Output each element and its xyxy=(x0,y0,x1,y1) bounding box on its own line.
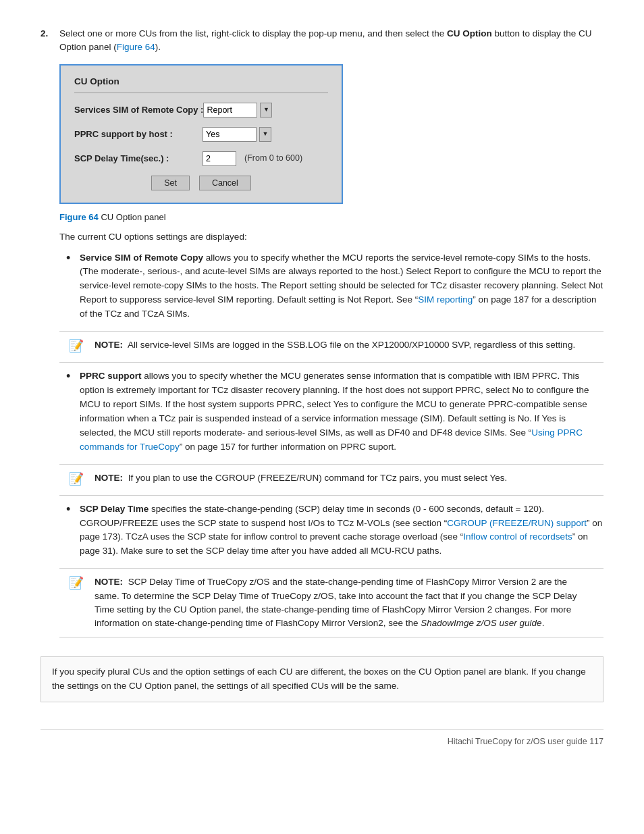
page-footer: Hitachi TrueCopy for z/OS user guide 117 xyxy=(41,729,603,748)
note-text-2: NOTE: If you plan to use the CGROUP (FRE… xyxy=(95,471,594,485)
note-box-1: 📝 NOTE: All service-level SIMs are logge… xyxy=(59,331,603,363)
bullet-dot-1: • xyxy=(66,251,73,322)
set-button[interactable]: Set xyxy=(151,176,190,190)
step-text: Select one or more CUs from the list, ri… xyxy=(59,27,603,644)
bullet-dot-2: • xyxy=(66,369,73,454)
bullet-content-3: SCP Delay Time specifies the state-chang… xyxy=(80,502,603,559)
services-sim-arrow[interactable]: ▼ xyxy=(260,103,272,118)
cu-option-title: CU Option xyxy=(74,75,328,93)
note-text-1: NOTE: All service-level SIMs are logged … xyxy=(95,338,594,352)
footer-text: Hitachi TrueCopy for z/OS user guide 117 xyxy=(448,735,603,748)
step-2: 2. Select one or more CUs from the list,… xyxy=(41,27,603,644)
cancel-button[interactable]: Cancel xyxy=(199,176,251,190)
bullet1-bold: Service SIM of Remote Copy xyxy=(80,253,203,263)
bullet-content-2: PPRC support allows you to specify wheth… xyxy=(80,369,603,454)
services-sim-control: ▼ xyxy=(203,103,272,118)
note1-text: All service-level SIMs are logged in the… xyxy=(128,340,575,350)
scp-control: (From 0 to 600) xyxy=(203,151,302,166)
step-text-before: Select one or more CUs from the list, ri… xyxy=(59,28,447,38)
note-icon-3: 📝 xyxy=(69,574,88,592)
pprc-commands-link[interactable]: Using PPRC commands for TrueCopy xyxy=(80,427,583,452)
bullet2-bold: PPRC support xyxy=(80,371,142,381)
figure-caption: Figure 64 CU Option panel xyxy=(59,211,603,224)
scp-input[interactable] xyxy=(203,151,236,166)
services-sim-label: Services SIM of Remote Copy : xyxy=(74,103,203,117)
note3-italic: ShadowImge z/OS user guide xyxy=(421,618,541,628)
pprc-support-label: PPRC support by host : xyxy=(74,128,203,141)
cu-option-panel: CU Option Services SIM of Remote Copy : … xyxy=(59,64,343,204)
step-number: 2. xyxy=(41,27,53,644)
bullet-item-1: • Service SIM of Remote Copy allows you … xyxy=(59,251,603,322)
services-sim-input[interactable] xyxy=(203,103,257,118)
cu-option-row-services-sim: Services SIM of Remote Copy : ▼ xyxy=(74,103,328,118)
bottom-note: If you specify plural CUs and the option… xyxy=(41,656,603,702)
scp-hint: (From 0 to 600) xyxy=(244,152,302,165)
intro-text: The current CU options settings are disp… xyxy=(59,230,603,244)
bullet3-bold: SCP Delay Time xyxy=(80,504,149,514)
note2-text: If you plan to use the CGROUP (FREEZE/RU… xyxy=(128,473,507,483)
step-text-end: ). xyxy=(155,42,161,52)
note2-label: NOTE: xyxy=(95,473,123,483)
inflow-control-link[interactable]: Inflow control of recordsets xyxy=(463,531,572,542)
note3-end: . xyxy=(542,618,545,628)
sim-reporting-link[interactable]: SIM reporting xyxy=(418,294,473,305)
cu-option-buttons: Set Cancel xyxy=(74,176,328,190)
bottom-note-text: If you specify plural CUs and the option… xyxy=(52,667,586,691)
bullet-item-2: • PPRC support allows you to specify whe… xyxy=(59,369,603,454)
note1-label: NOTE: xyxy=(95,340,123,350)
bullet-content-1: Service SIM of Remote Copy allows you to… xyxy=(80,251,603,322)
note3-label: NOTE: xyxy=(95,577,123,587)
figure-caption-text: CU Option panel xyxy=(101,212,165,222)
cu-option-row-scp: SCP Delay Time(sec.) : (From 0 to 600) xyxy=(74,151,328,166)
bullet2-text: allows you to specify whether the MCU ge… xyxy=(80,371,589,452)
figure-caption-label: Figure 64 xyxy=(59,212,99,222)
pprc-input[interactable] xyxy=(203,127,257,142)
note-box-3: 📝 NOTE: SCP Delay Time of TrueCopy z/OS … xyxy=(59,568,603,637)
note-text-3: NOTE: SCP Delay Time of TrueCopy z/OS an… xyxy=(95,575,594,630)
bullet-item-3: • SCP Delay Time specifies the state-cha… xyxy=(59,502,603,559)
figure-64-link[interactable]: Figure 64 xyxy=(117,42,155,52)
pprc-control: ▼ xyxy=(203,127,271,142)
note-icon-2: 📝 xyxy=(69,470,88,488)
note-icon-1: 📝 xyxy=(69,337,88,355)
note-box-2: 📝 NOTE: If you plan to use the CGROUP (F… xyxy=(59,464,603,496)
pprc-arrow[interactable]: ▼ xyxy=(259,127,271,142)
bullet-dot-3: • xyxy=(66,502,73,559)
bullet3-text: specifies the state-change-pending (SCP)… xyxy=(80,504,602,556)
scp-delay-label: SCP Delay Time(sec.) : xyxy=(74,152,203,165)
cu-option-row-pprc: PPRC support by host : ▼ xyxy=(74,127,328,142)
step-bold-cu-option: CU Option xyxy=(447,28,492,38)
cgroup-link[interactable]: CGROUP (FREEZE/RUN) support xyxy=(447,518,587,528)
